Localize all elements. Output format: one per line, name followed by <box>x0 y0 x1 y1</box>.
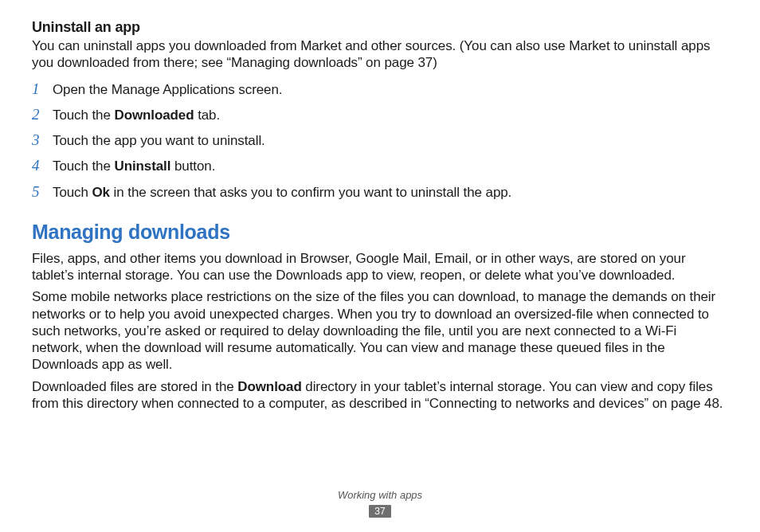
step-text: Touch Ok in the screen that asks you to … <box>53 182 728 205</box>
step-4: 4 Touch the Uninstall button. <box>32 153 728 178</box>
step-number: 4 <box>32 153 53 178</box>
uninstall-intro: You can uninstall apps you downloaded fr… <box>32 37 728 72</box>
uninstall-steps: 1 Open the Manage Applications screen. 2… <box>32 76 728 205</box>
page-number-badge: 37 <box>369 505 390 518</box>
step-2: 2 Touch the Downloaded tab. <box>32 102 728 127</box>
footer-section-label: Working with apps <box>0 489 760 501</box>
step-text: Touch the Downloaded tab. <box>53 104 728 127</box>
step-3: 3 Touch the app you want to uninstall. <box>32 127 728 153</box>
step-text: Open the Manage Applications screen. <box>53 79 728 102</box>
managing-downloads-p3: Downloaded files are stored in the Downl… <box>32 378 728 413</box>
document-page: Uninstall an app You can uninstall apps … <box>0 0 760 532</box>
step-number: 3 <box>32 127 53 153</box>
step-text: Touch the app you want to uninstall. <box>53 130 728 153</box>
managing-downloads-p1: Files, apps, and other items you downloa… <box>32 250 728 284</box>
step-5: 5 Touch Ok in the screen that asks you t… <box>32 179 728 205</box>
step-number: 2 <box>32 102 53 127</box>
page-footer: Working with apps 37 <box>0 489 760 518</box>
step-number: 5 <box>32 179 53 205</box>
managing-downloads-p2: Some mobile networks place restrictions … <box>32 288 728 373</box>
step-1: 1 Open the Manage Applications screen. <box>32 76 728 102</box>
step-number: 1 <box>32 76 53 102</box>
uninstall-heading: Uninstall an app <box>32 19 728 36</box>
managing-downloads-heading: Managing downloads <box>32 221 728 244</box>
step-text: Touch the Uninstall button. <box>53 155 728 178</box>
